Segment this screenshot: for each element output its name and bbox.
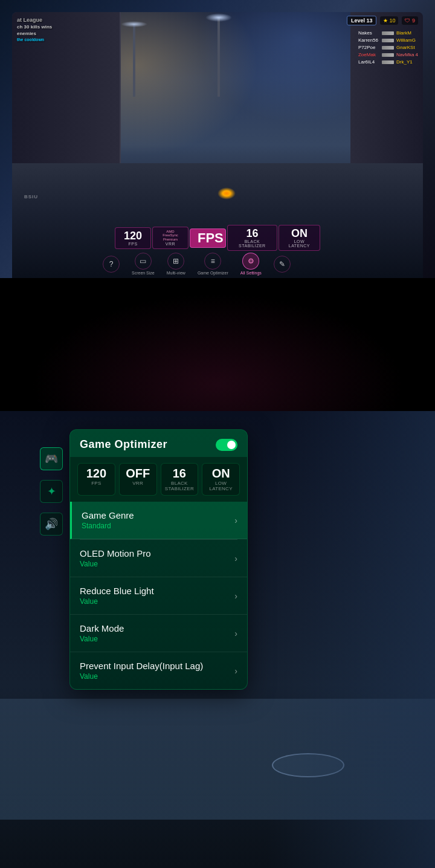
dark-mode-menu-item[interactable]: Dark Mode Value › [70, 615, 247, 652]
middle-section [0, 278, 435, 411]
prevent-input-delay-title: Prevent Input Delay(Input Lag) [80, 661, 203, 671]
dark-mode-value: Value [80, 635, 124, 643]
game-optimizer-nav-item[interactable]: ≡ Game Optimizer [198, 253, 228, 275]
reduce-blue-light-menu-item[interactable]: Reduce Blue Light Value › [70, 577, 247, 615]
oled-motion-item-left: OLED Motion Pro Value [80, 548, 151, 568]
enemies-label: enemies [17, 31, 52, 36]
game-genre-value: Standard [82, 522, 134, 530]
points-display: ★ 10 [380, 16, 398, 25]
reduce-blue-light-chevron-icon: › [234, 591, 237, 601]
game-screen: BSIU at League ch 30 kills wins enemies … [12, 12, 423, 278]
controller-icon: 🎮 [45, 452, 58, 465]
game-genre-chevron-icon: › [234, 516, 237, 525]
reduce-blue-light-item-left: Reduce Blue Light Value [80, 586, 154, 606]
prevent-input-delay-value: Value [80, 672, 203, 681]
player-item: P72Poe GnarKSt [358, 45, 418, 50]
scene-wall-right [266, 411, 435, 868]
points-value: 10 [389, 18, 395, 24]
stats-bar: 120 FPS AMDFreeSyncPremium VRR FPS 16 Bl… [115, 225, 320, 251]
panel-header: Game Optimizer [70, 430, 247, 457]
optimizer-low-latency-label: Low Latency [205, 481, 237, 491]
optimizer-low-latency-value: ON [205, 467, 237, 479]
fps-mode-stat: FPS [190, 228, 226, 248]
player-name: Nakes [358, 30, 379, 36]
optimizer-black-stab-label: Black Stabilizer [164, 481, 196, 491]
weapon-icon [382, 60, 394, 64]
optimizer-fps-label: FPS [80, 481, 112, 486]
low-latency-value: ON [286, 228, 312, 239]
player-name: P72Poe [358, 45, 379, 50]
optimizer-black-stab-value: 16 [164, 467, 196, 479]
score-value: 9 [412, 18, 415, 24]
sidebar-icon-effects[interactable]: ✦ [40, 480, 63, 503]
prevent-input-delay-item-left: Prevent Input Delay(Input Lag) Value [80, 661, 203, 681]
oled-motion-value: Value [80, 560, 151, 568]
bsiu-indicator: BSIU [24, 194, 38, 199]
fps-label: FPS [123, 242, 143, 246]
optimizer-vrr-value: OFF [122, 467, 154, 479]
player-item: Lar6IL4 Drk_Y1 [358, 59, 418, 65]
muzzle-flash [218, 187, 236, 199]
player-list: Nakes BlarkM Karren56 WilliamG P72Poe Gn… [358, 30, 418, 65]
black-stab-label: Black Stabilizer [235, 239, 269, 248]
game-genre-title: Game Genre [82, 510, 134, 520]
weapon-icon [382, 53, 394, 57]
effects-icon: ✦ [47, 485, 56, 498]
hud-top-right: Level 13 ★ 10 🛡 9 [347, 16, 418, 25]
weapon-icon [382, 31, 394, 35]
all-settings-label: All Settings [240, 271, 262, 275]
score-display: 🛡 9 [402, 16, 418, 25]
player-name: ZoeMak [358, 52, 379, 57]
multiview-label: Multi-view [167, 271, 185, 275]
optimizer-low-latency-stat: ON Low Latency [202, 463, 240, 496]
screen-size-icon[interactable]: ▭ [135, 253, 152, 270]
level-badge: Level 13 [347, 16, 377, 25]
game-genre-menu-item[interactable]: Game Genre Standard › [70, 502, 247, 539]
sidebar-icon-controller[interactable]: 🎮 [40, 447, 63, 470]
sidebar-icon-audio[interactable]: 🔊 [40, 513, 63, 536]
edit-nav-item[interactable]: ✎ [274, 256, 291, 273]
help-nav-item[interactable]: ? [103, 256, 120, 273]
oled-motion-chevron-icon: › [234, 554, 237, 563]
multiview-icon[interactable]: ⊞ [167, 253, 184, 270]
screen-size-nav-item[interactable]: ▭ Screen Size [132, 253, 155, 275]
low-latency-stat: ON Low Latency [279, 225, 320, 251]
edit-icon[interactable]: ✎ [274, 256, 291, 273]
low-latency-label: Low Latency [286, 239, 312, 248]
all-settings-nav-item[interactable]: ⚙ All Settings [240, 253, 262, 275]
optimizer-black-stab-stat: 16 Black Stabilizer [161, 463, 199, 496]
prevent-input-delay-chevron-icon: › [234, 666, 237, 676]
kill-info-label: ch 30 kills wins [17, 24, 52, 30]
freesync-label: AMDFreeSyncPremium [160, 230, 181, 242]
help-icon[interactable]: ? [103, 256, 120, 273]
vrr-stat: AMDFreeSyncPremium VRR [152, 227, 188, 250]
player-rank: NavMka 4 [396, 52, 418, 57]
fps-value: 120 [123, 230, 143, 241]
optimizer-toggle[interactable] [216, 439, 237, 451]
weapon-icon [382, 46, 394, 50]
bottom-section: 🎮 ✦ 🔊 Game Optimizer 120 FPS OFF VRR [0, 411, 435, 868]
shield-icon: 🛡 [405, 18, 410, 24]
audio-icon: 🔊 [45, 517, 58, 531]
player-rank: GnarKSt [396, 45, 415, 50]
top-game-section: BSIU at League ch 30 kills wins enemies … [0, 0, 435, 278]
hud-top-left: at League ch 30 kills wins enemies the c… [17, 17, 52, 42]
sidebar: 🎮 ✦ 🔊 [36, 447, 66, 536]
multiview-nav-item[interactable]: ⊞ Multi-view [167, 253, 185, 275]
all-settings-icon[interactable]: ⚙ [242, 253, 259, 270]
game-genre-item-left: Game Genre Standard [82, 510, 134, 530]
game-mode-label: at League [17, 17, 52, 23]
light-post-2 [218, 18, 220, 97]
player-item: Nakes BlarkM [358, 30, 418, 36]
oled-motion-title: OLED Motion Pro [80, 548, 151, 559]
optimizer-stats-row: 120 FPS OFF VRR 16 Black Stabilizer ON L… [70, 457, 247, 502]
reduce-blue-light-value: Value [80, 597, 154, 606]
optimizer-vrr-stat: OFF VRR [119, 463, 157, 496]
dark-mode-chevron-icon: › [234, 629, 237, 638]
star-icon: ★ [383, 18, 388, 24]
fps-stat: 120 FPS [115, 227, 151, 249]
prevent-input-delay-menu-item[interactable]: Prevent Input Delay(Input Lag) Value › [70, 652, 247, 689]
oled-motion-menu-item[interactable]: OLED Motion Pro Value › [70, 540, 247, 577]
player-item: Karren56 WilliamG [358, 37, 418, 43]
game-optimizer-icon[interactable]: ≡ [204, 253, 221, 270]
